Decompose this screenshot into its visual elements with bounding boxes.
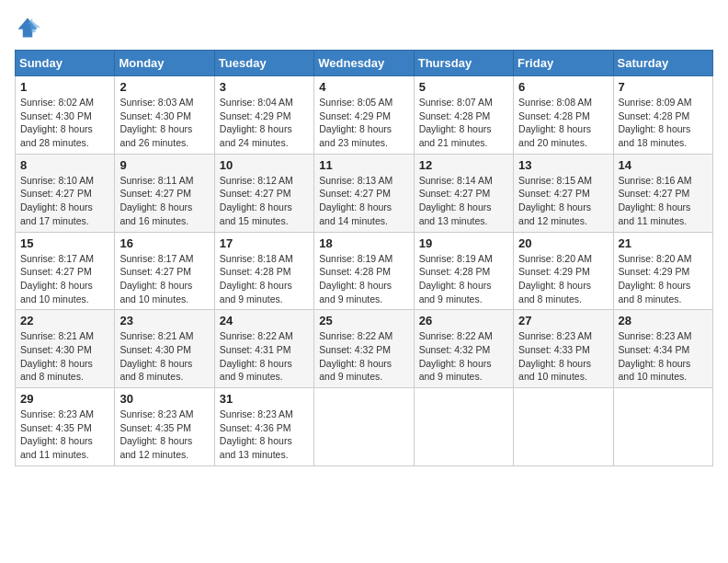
day-cell: 24 Sunrise: 8:22 AMSunset: 4:31 PMDaylig… <box>214 310 313 388</box>
week-row-3: 15 Sunrise: 8:17 AMSunset: 4:27 PMDaylig… <box>16 232 713 310</box>
logo-icon <box>15 15 40 40</box>
day-number: 23 <box>119 314 209 327</box>
day-info: Sunrise: 8:22 AMSunset: 4:32 PMDaylight:… <box>319 330 392 382</box>
day-cell: 19 Sunrise: 8:19 AMSunset: 4:28 PMDaylig… <box>414 232 513 310</box>
day-number: 14 <box>619 158 708 172</box>
day-info: Sunrise: 8:17 AMSunset: 4:27 PMDaylight:… <box>119 253 193 304</box>
day-info: Sunrise: 8:18 AMSunset: 4:28 PMDaylight:… <box>220 253 293 304</box>
day-info: Sunrise: 8:22 AMSunset: 4:31 PMDaylight:… <box>220 330 293 382</box>
day-info: Sunrise: 8:20 AMSunset: 4:29 PMDaylight:… <box>619 253 692 304</box>
day-info: Sunrise: 8:21 AMSunset: 4:30 PMDaylight:… <box>119 330 193 382</box>
day-number: 28 <box>619 314 708 327</box>
day-cell: 12 Sunrise: 8:14 AMSunset: 4:27 PMDaylig… <box>414 154 513 232</box>
day-number: 27 <box>518 314 608 327</box>
day-info: Sunrise: 8:19 AMSunset: 4:28 PMDaylight:… <box>419 253 493 304</box>
day-cell: 2 Sunrise: 8:03 AMSunset: 4:30 PMDayligh… <box>115 76 214 155</box>
day-cell: 7 Sunrise: 8:09 AMSunset: 4:28 PMDayligh… <box>613 76 712 155</box>
day-number: 10 <box>220 158 309 172</box>
day-cell: 29 Sunrise: 8:23 AMSunset: 4:35 PMDaylig… <box>16 388 115 466</box>
day-info: Sunrise: 8:10 AMSunset: 4:27 PMDaylight:… <box>20 175 94 226</box>
day-number: 17 <box>220 236 309 250</box>
day-number: 31 <box>220 392 309 406</box>
header <box>15 15 713 40</box>
col-header-monday: Monday <box>115 51 214 76</box>
day-info: Sunrise: 8:04 AMSunset: 4:29 PMDaylight:… <box>220 97 293 148</box>
day-info: Sunrise: 8:07 AMSunset: 4:28 PMDaylight:… <box>419 97 493 148</box>
day-number: 19 <box>419 236 508 250</box>
week-row-1: 1 Sunrise: 8:02 AMSunset: 4:30 PMDayligh… <box>16 76 713 155</box>
day-cell: 1 Sunrise: 8:02 AMSunset: 4:30 PMDayligh… <box>16 76 115 155</box>
day-info: Sunrise: 8:08 AMSunset: 4:28 PMDaylight:… <box>518 97 592 148</box>
day-cell: 26 Sunrise: 8:22 AMSunset: 4:32 PMDaylig… <box>414 310 513 388</box>
day-cell: 8 Sunrise: 8:10 AMSunset: 4:27 PMDayligh… <box>16 154 115 232</box>
day-info: Sunrise: 8:05 AMSunset: 4:29 PMDaylight:… <box>319 97 392 148</box>
day-number: 21 <box>619 236 708 250</box>
day-info: Sunrise: 8:12 AMSunset: 4:27 PMDaylight:… <box>220 175 293 226</box>
day-cell: 22 Sunrise: 8:21 AMSunset: 4:30 PMDaylig… <box>16 310 115 388</box>
day-cell: 15 Sunrise: 8:17 AMSunset: 4:27 PMDaylig… <box>16 232 115 310</box>
day-info: Sunrise: 8:16 AMSunset: 4:27 PMDaylight:… <box>619 175 692 226</box>
day-info: Sunrise: 8:09 AMSunset: 4:28 PMDaylight:… <box>619 97 692 148</box>
day-cell: 18 Sunrise: 8:19 AMSunset: 4:28 PMDaylig… <box>314 232 414 310</box>
day-cell: 23 Sunrise: 8:21 AMSunset: 4:30 PMDaylig… <box>115 310 214 388</box>
day-cell: 3 Sunrise: 8:04 AMSunset: 4:29 PMDayligh… <box>214 76 313 155</box>
day-number: 8 <box>20 158 109 172</box>
day-number: 25 <box>319 314 408 327</box>
day-info: Sunrise: 8:20 AMSunset: 4:29 PMDaylight:… <box>518 253 592 304</box>
day-cell <box>514 388 613 466</box>
day-number: 12 <box>419 158 508 172</box>
day-info: Sunrise: 8:23 AMSunset: 4:36 PMDaylight:… <box>220 408 293 460</box>
day-info: Sunrise: 8:21 AMSunset: 4:30 PMDaylight:… <box>20 330 94 382</box>
col-header-sunday: Sunday <box>16 51 115 76</box>
day-cell: 28 Sunrise: 8:23 AMSunset: 4:34 PMDaylig… <box>613 310 712 388</box>
day-cell <box>613 388 712 466</box>
day-info: Sunrise: 8:14 AMSunset: 4:27 PMDaylight:… <box>419 175 493 226</box>
day-cell <box>314 388 414 466</box>
calendar: SundayMondayTuesdayWednesdayThursdayFrid… <box>15 50 713 466</box>
day-number: 6 <box>518 80 608 94</box>
day-number: 9 <box>119 158 209 172</box>
week-row-5: 29 Sunrise: 8:23 AMSunset: 4:35 PMDaylig… <box>16 388 713 466</box>
day-cell: 25 Sunrise: 8:22 AMSunset: 4:32 PMDaylig… <box>314 310 414 388</box>
day-number: 3 <box>220 80 309 94</box>
day-cell: 17 Sunrise: 8:18 AMSunset: 4:28 PMDaylig… <box>214 232 313 310</box>
day-number: 11 <box>319 158 408 172</box>
day-cell: 9 Sunrise: 8:11 AMSunset: 4:27 PMDayligh… <box>115 154 214 232</box>
day-info: Sunrise: 8:15 AMSunset: 4:27 PMDaylight:… <box>518 175 592 226</box>
calendar-header-row: SundayMondayTuesdayWednesdayThursdayFrid… <box>16 51 713 76</box>
day-number: 4 <box>319 80 408 94</box>
day-cell: 10 Sunrise: 8:12 AMSunset: 4:27 PMDaylig… <box>214 154 313 232</box>
day-cell <box>414 388 513 466</box>
day-number: 18 <box>319 236 408 250</box>
day-cell: 27 Sunrise: 8:23 AMSunset: 4:33 PMDaylig… <box>514 310 613 388</box>
day-cell: 13 Sunrise: 8:15 AMSunset: 4:27 PMDaylig… <box>514 154 613 232</box>
day-number: 20 <box>518 236 608 250</box>
day-cell: 4 Sunrise: 8:05 AMSunset: 4:29 PMDayligh… <box>314 76 414 155</box>
col-header-friday: Friday <box>514 51 613 76</box>
day-number: 13 <box>518 158 608 172</box>
day-info: Sunrise: 8:11 AMSunset: 4:27 PMDaylight:… <box>119 175 193 226</box>
logo <box>15 15 44 40</box>
col-header-wednesday: Wednesday <box>314 51 414 76</box>
day-cell: 5 Sunrise: 8:07 AMSunset: 4:28 PMDayligh… <box>414 76 513 155</box>
day-number: 22 <box>20 314 109 327</box>
day-number: 30 <box>119 392 209 406</box>
day-cell: 20 Sunrise: 8:20 AMSunset: 4:29 PMDaylig… <box>514 232 613 310</box>
day-number: 7 <box>619 80 708 94</box>
day-cell: 21 Sunrise: 8:20 AMSunset: 4:29 PMDaylig… <box>613 232 712 310</box>
day-info: Sunrise: 8:22 AMSunset: 4:32 PMDaylight:… <box>419 330 493 382</box>
day-info: Sunrise: 8:03 AMSunset: 4:30 PMDaylight:… <box>119 97 193 148</box>
day-cell: 31 Sunrise: 8:23 AMSunset: 4:36 PMDaylig… <box>214 388 313 466</box>
day-number: 2 <box>119 80 209 94</box>
day-info: Sunrise: 8:23 AMSunset: 4:34 PMDaylight:… <box>619 330 692 382</box>
day-info: Sunrise: 8:23 AMSunset: 4:33 PMDaylight:… <box>518 330 592 382</box>
day-cell: 14 Sunrise: 8:16 AMSunset: 4:27 PMDaylig… <box>613 154 712 232</box>
col-header-tuesday: Tuesday <box>214 51 313 76</box>
week-row-2: 8 Sunrise: 8:10 AMSunset: 4:27 PMDayligh… <box>16 154 713 232</box>
day-info: Sunrise: 8:23 AMSunset: 4:35 PMDaylight:… <box>119 408 193 460</box>
day-number: 16 <box>119 236 209 250</box>
day-info: Sunrise: 8:17 AMSunset: 4:27 PMDaylight:… <box>20 253 94 304</box>
week-row-4: 22 Sunrise: 8:21 AMSunset: 4:30 PMDaylig… <box>16 310 713 388</box>
day-cell: 30 Sunrise: 8:23 AMSunset: 4:35 PMDaylig… <box>115 388 214 466</box>
day-cell: 16 Sunrise: 8:17 AMSunset: 4:27 PMDaylig… <box>115 232 214 310</box>
